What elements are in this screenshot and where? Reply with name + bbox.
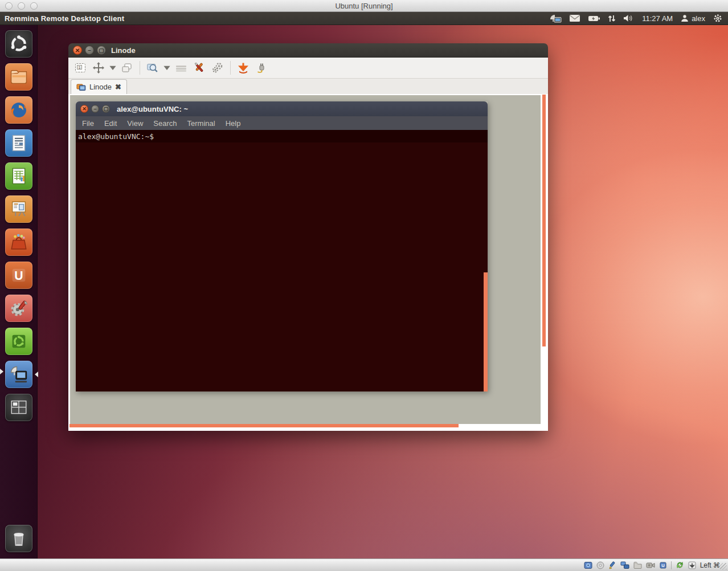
terminal-title: alex@ubuntuVNC: ~ <box>117 105 188 113</box>
user-menu[interactable]: alex <box>681 13 705 23</box>
launcher-item-trash[interactable] <box>5 525 32 552</box>
session-gear-icon[interactable] <box>713 13 722 23</box>
remote-wallpaper-artifact-bottom <box>69 424 459 427</box>
launcher-item-system-settings[interactable] <box>5 295 32 322</box>
svg-text:1: 1 <box>79 66 81 70</box>
remmina-window: ✕ – ▢ Linode 1 Linode ✖ <box>68 43 548 431</box>
toggle-fullscreen-button[interactable]: 1 <box>72 60 89 76</box>
cd-icon[interactable] <box>596 561 604 569</box>
terminal-menu-terminal[interactable]: Terminal <box>187 119 215 128</box>
window-close-button[interactable]: ✕ <box>73 46 82 55</box>
launcher-item-software-center[interactable] <box>5 229 32 256</box>
battery-indicator-icon[interactable] <box>588 13 600 23</box>
tab-close-icon[interactable]: ✖ <box>115 83 121 91</box>
scaled-mode-dropdown-button[interactable] <box>162 60 171 76</box>
focused-indicator-icon <box>32 372 38 377</box>
launcher-item-libreoffice-calc[interactable] <box>5 162 32 190</box>
tab-linode[interactable]: Linode ✖ <box>71 79 127 94</box>
launcher-item-libreoffice-impress[interactable] <box>5 195 32 223</box>
mac-titlebar: Ubuntu [Running] <box>0 0 728 12</box>
fit-window-dropdown-button[interactable] <box>108 60 117 76</box>
disconnect-button[interactable] <box>253 60 270 76</box>
remmina-titlebar: ✕ – ▢ Linode <box>68 43 548 58</box>
shared-folder-icon[interactable] <box>633 561 642 569</box>
unity-top-panel: Remmina Remote Desktop Client 11:27 AM a… <box>0 12 728 25</box>
launcher-item-software-updater[interactable] <box>5 328 32 355</box>
launcher-item-files[interactable] <box>5 63 32 91</box>
launcher-item-firefox[interactable] <box>5 96 32 124</box>
duplicate-connection-button[interactable] <box>118 60 136 76</box>
terminal-maximize-button[interactable]: ▢ <box>102 105 110 113</box>
user-menu-label: alex <box>692 14 705 23</box>
desktop-wallpaper: Remmina Remote Desktop Client 11:27 AM a… <box>0 12 728 558</box>
svg-text:U: U <box>661 563 664 568</box>
running-indicator-icon <box>0 369 6 374</box>
launcher-item-remmina[interactable] <box>5 361 32 388</box>
remote-wallpaper-artifact-terminal-edge <box>484 272 488 391</box>
tab-label: Linode <box>89 83 112 91</box>
remmina-toolbar: 1 <box>68 58 548 79</box>
remote-terminal-window: ✕ – ▢ alex@ubuntuVNC: ~ FileEditViewSear… <box>76 101 488 391</box>
window-minimize-button[interactable]: – <box>85 46 94 55</box>
tools-button[interactable] <box>191 60 208 76</box>
iconify-button[interactable] <box>235 60 252 76</box>
launcher-item-ubuntu-one[interactable]: U <box>5 262 32 289</box>
network-icon[interactable] <box>620 561 629 569</box>
statusbar-separator <box>671 561 672 569</box>
terminal-menu-search[interactable]: Search <box>153 119 177 128</box>
remote-connection-indicator-icon[interactable] <box>549 13 562 23</box>
hdd-icon[interactable] <box>584 561 592 569</box>
toolbar-separator <box>230 61 231 75</box>
fit-window-button[interactable] <box>90 60 107 76</box>
vm-window-title: Ubuntu [Running] <box>0 2 728 10</box>
unity-launcher: U <box>0 25 38 558</box>
window-maximize-button[interactable]: ▢ <box>97 46 106 55</box>
launcher-item-libreoffice-writer[interactable] <box>5 129 32 157</box>
terminal-menubar: FileEditViewSearchTerminalHelp <box>76 116 488 130</box>
remmina-tabbar: Linode ✖ <box>68 79 548 94</box>
mac-zoom-button[interactable] <box>30 2 38 10</box>
mac-minimize-button[interactable] <box>18 2 25 10</box>
sync-indicator-icon[interactable] <box>608 13 616 23</box>
mac-close-button[interactable] <box>5 2 13 10</box>
preferences-button[interactable] <box>209 60 226 76</box>
grab-keyboard-button[interactable] <box>173 60 190 76</box>
panel-app-title: Remmina Remote Desktop Client <box>5 14 124 23</box>
terminal-menu-file[interactable]: File <box>82 119 94 128</box>
remmina-window-title: Linode <box>111 46 136 55</box>
svg-text:U: U <box>14 269 23 283</box>
video-capture-icon[interactable] <box>646 562 655 569</box>
keyboard-capture-icon[interactable] <box>688 561 696 569</box>
mouse-integration-icon[interactable] <box>676 561 684 569</box>
volume-indicator-icon[interactable] <box>623 13 634 23</box>
remmina-viewport: ✕ – ▢ alex@ubuntuVNC: ~ FileEditViewSear… <box>68 94 548 431</box>
vbox-statusbar: U Left ⌘ <box>0 558 728 571</box>
terminal-close-button[interactable]: ✕ <box>80 105 88 113</box>
user-icon <box>681 13 689 23</box>
virtualbox-vm-window: Ubuntu [Running] Remmina Remote Desktop … <box>0 0 728 571</box>
launcher-item-workspace-switcher[interactable] <box>5 394 32 421</box>
host-key-label: Left ⌘ <box>700 561 720 569</box>
terminal-titlebar: ✕ – ▢ alex@ubuntuVNC: ~ <box>76 101 488 116</box>
terminal-menu-view[interactable]: View <box>127 119 143 128</box>
toggle-scaled-mode-button[interactable] <box>144 60 161 76</box>
pen-icon[interactable] <box>608 561 616 569</box>
resize-grip[interactable] <box>720 563 727 570</box>
terminal-minimize-button[interactable]: – <box>91 105 99 113</box>
terminal-menu-edit[interactable]: Edit <box>104 119 117 128</box>
mail-indicator-icon[interactable] <box>569 13 580 23</box>
remote-wallpaper-artifact-right <box>542 95 546 346</box>
usb-chip-icon[interactable]: U <box>659 561 667 569</box>
launcher-item-dash[interactable] <box>5 30 32 58</box>
shell-prompt: alex@ubuntuVNC:~$ <box>76 130 488 142</box>
toolbar-separator <box>140 61 140 75</box>
clock-indicator[interactable]: 11:27 AM <box>642 14 673 23</box>
terminal-body[interactable]: alex@ubuntuVNC:~$ <box>76 130 488 391</box>
terminal-menu-help[interactable]: Help <box>226 119 241 128</box>
remote-connection-tab-icon <box>76 83 86 91</box>
